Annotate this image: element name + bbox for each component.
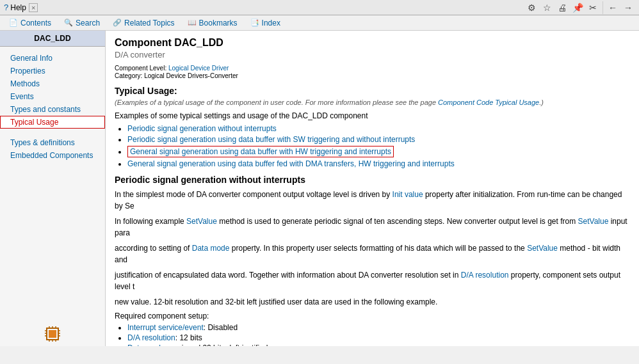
intro-end: .): [539, 99, 544, 106]
window-title: Help: [10, 3, 26, 12]
da-resolution-link[interactable]: D/A resolution: [461, 271, 509, 280]
link-periodic-sw-trigger[interactable]: Periodic signal generation using data bu…: [127, 135, 415, 144]
da-resolution-value: : 12 bits: [175, 333, 202, 342]
tab-contents-label: Contents: [20, 19, 51, 28]
page-title: Component DAC_LDD: [115, 37, 630, 49]
setup-item: Data mode: unsigned 32 bits, left justif…: [127, 344, 630, 346]
forward-button[interactable]: →: [621, 1, 635, 15]
sidebar-separator: [0, 129, 105, 136]
search-icon: 🔍: [64, 19, 73, 27]
toolbar-icon-4[interactable]: 📌: [570, 1, 585, 15]
init-value-link[interactable]: Init value: [392, 190, 423, 199]
interrupt-service-link[interactable]: Interrupt service/event: [127, 323, 204, 332]
list-item: Periodic signal generation without inter…: [127, 124, 630, 133]
list-item: General signal generation using data buf…: [127, 146, 630, 157]
body-paragraph-1: In the simplest mode of DA converter com…: [115, 189, 630, 212]
data-mode-link[interactable]: Data mode: [192, 244, 230, 253]
setup-list: Interrupt service/event: Disabled D/A re…: [127, 323, 630, 346]
tab-index-label: Index: [262, 19, 280, 28]
sidebar-header: DAC_LDD: [0, 31, 105, 47]
page-subtitle: D/A converter: [115, 50, 630, 59]
content-area: Component DAC_LDD D/A converter Componen…: [106, 31, 639, 346]
nav-tabs: 📄 Contents 🔍 Search 🔗 Related Topics 📖 B…: [0, 15, 639, 31]
setvalue-link-2[interactable]: SetValue: [578, 217, 609, 226]
back-button[interactable]: ←: [606, 1, 620, 15]
interrupt-value: : Disabled: [204, 323, 238, 332]
bookmarks-icon: 📖: [188, 19, 197, 27]
sidebar-item-general-info[interactable]: General Info: [0, 52, 105, 65]
main-layout: DAC_LDD General Info Properties Methods …: [0, 31, 639, 346]
setvalue-link-1[interactable]: SetValue: [186, 217, 217, 226]
typical-usage-strong: Typical Usage:: [115, 86, 177, 96]
sidebar-item-typical-usage[interactable]: Typical Usage: [0, 116, 105, 129]
svg-rect-1: [49, 330, 56, 338]
tab-bookmarks-label: Bookmarks: [199, 19, 238, 28]
intro-text: (Examples of a typical usage of the comp…: [115, 99, 438, 106]
sidebar-item-properties[interactable]: Properties: [0, 65, 105, 77]
sidebar-nav: General Info Properties Methods Events T…: [0, 47, 105, 167]
setup-item: Interrupt service/event: Disabled: [127, 323, 630, 332]
data-mode-setup-link[interactable]: Data mode: [127, 344, 165, 346]
link-general-hw-trigger[interactable]: General signal generation using data buf…: [130, 147, 391, 156]
tab-related-topics-label: Related Topics: [124, 19, 175, 28]
related-topics-icon: 🔗: [113, 19, 122, 27]
sidebar: DAC_LDD General Info Properties Methods …: [0, 31, 106, 346]
sidebar-item-types-definitions[interactable]: Types & definitions: [0, 136, 105, 149]
toolbar-icon-1[interactable]: ⚙: [524, 1, 538, 15]
component-code-link[interactable]: Component Code Typical Usage: [438, 99, 539, 106]
sidebar-item-methods[interactable]: Methods: [0, 77, 105, 90]
link-general-dma[interactable]: General signal generation using data buf…: [127, 159, 455, 168]
meta-category-value: Logical Device Drivers-Converter: [144, 72, 238, 79]
meta-category: Category: Logical Device Drivers-Convert…: [115, 72, 630, 79]
body-paragraph-5: new value. 12-bit resolution and 32-bit …: [115, 296, 630, 308]
sidebar-item-events[interactable]: Events: [0, 90, 105, 103]
data-mode-value: : unsigned 32 bits, left justified: [165, 344, 268, 346]
topic-list: Periodic signal generation without inter…: [127, 124, 630, 168]
examples-text: Examples of some typical settings and us…: [115, 111, 630, 120]
tab-close[interactable]: ×: [29, 3, 38, 12]
typical-usage-intro: (Examples of a typical usage of the comp…: [115, 99, 630, 106]
toolbar-right: ⚙ ☆ 🖨 📌 ✂ ← →: [524, 1, 635, 15]
list-item: General signal generation using data buf…: [127, 159, 630, 168]
link-periodic-no-interrupts[interactable]: Periodic signal generation without inter…: [127, 124, 277, 133]
body-paragraph-4: justification of encapsulated data word.…: [115, 269, 630, 292]
meta-level-label: Component Level:: [115, 65, 168, 72]
list-item: Periodic signal generation using data bu…: [127, 135, 630, 144]
meta-level: Component Level: Logical Device Driver: [115, 65, 630, 72]
tab-contents[interactable]: 📄 Contents: [3, 17, 58, 29]
section2-header: Periodic signal generation without inter…: [115, 175, 630, 185]
body-paragraph-3: according to setting of Data mode proper…: [115, 242, 630, 265]
setup-item: D/A resolution: 12 bits: [127, 333, 630, 342]
tab-search[interactable]: 🔍 Search: [58, 17, 106, 29]
help-icon: ?: [4, 3, 8, 12]
setup-label: Required component setup:: [115, 312, 630, 320]
toolbar-icon-2[interactable]: ☆: [540, 1, 554, 15]
tab-bookmarks[interactable]: 📖 Bookmarks: [181, 17, 244, 29]
processor-icon: [43, 324, 62, 344]
typical-usage-title: Typical Usage:: [115, 86, 630, 96]
title-bar: ? Help × ⚙ ☆ 🖨 📌 ✂ ← →: [0, 0, 639, 15]
tab-search-label: Search: [76, 19, 100, 28]
toolbar-icon-3[interactable]: 🖨: [555, 1, 569, 15]
contents-icon: 📄: [9, 19, 18, 27]
sidebar-logo-icon: [0, 322, 105, 346]
meta-level-value[interactable]: Logical Device Driver: [168, 65, 229, 72]
body-paragraph-2: In following example SetValue method is …: [115, 216, 630, 239]
tab-related-topics[interactable]: 🔗 Related Topics: [106, 17, 181, 29]
sidebar-item-types-constants[interactable]: Types and constants: [0, 103, 105, 116]
meta-category-label: Category:: [115, 72, 144, 79]
sidebar-item-embedded-components[interactable]: Embedded Components: [0, 149, 105, 162]
section2-strong: Periodic signal generation without inter…: [115, 175, 305, 185]
index-icon: 📑: [250, 19, 259, 27]
toolbar-sep: [603, 1, 603, 14]
highlighted-link-box: General signal generation using data buf…: [127, 146, 394, 157]
tab-index[interactable]: 📑 Index: [244, 17, 287, 29]
setvalue-link-3[interactable]: SetValue: [527, 244, 558, 253]
da-resolution-setup-link[interactable]: D/A resolution: [127, 333, 175, 342]
toolbar-icon-5[interactable]: ✂: [586, 1, 600, 15]
